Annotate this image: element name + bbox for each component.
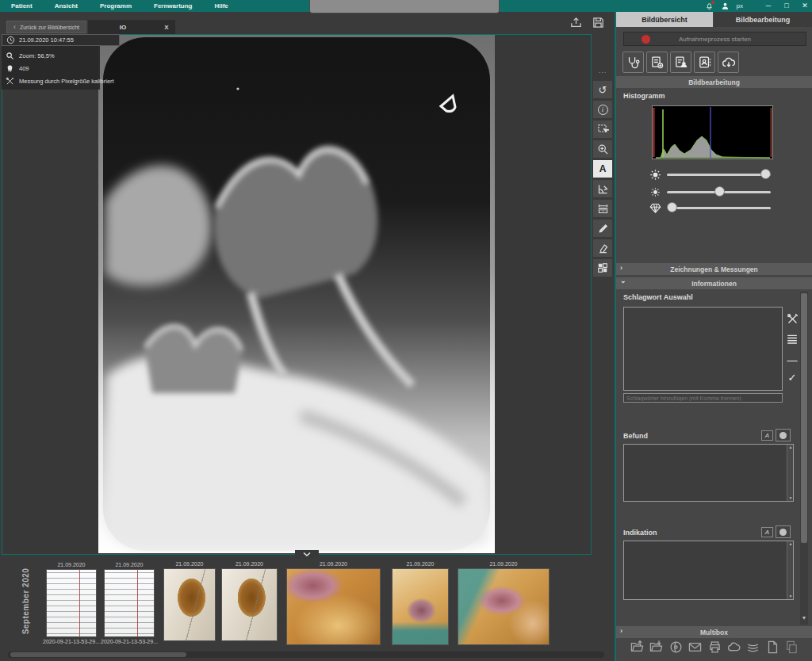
thumbnail-date: 21.09.2020 (46, 562, 97, 567)
image-info-overlay: Zoom: 56,5% 409 Messung durch Pixelgröße… (2, 46, 100, 90)
contacts-icon[interactable] (694, 52, 715, 73)
indication-textarea[interactable] (623, 541, 794, 600)
thumbnail-document-2[interactable] (104, 569, 155, 637)
indication-record-button[interactable] (776, 525, 791, 538)
filmstrip: September 2020 21.09.2020 2020-09-21-13-… (0, 556, 615, 651)
notification-bell-icon[interactable] (705, 2, 714, 10)
thumbnail-document-1[interactable] (46, 569, 97, 637)
panel-scrollbar-thumb[interactable] (801, 293, 807, 543)
eraser-icon[interactable] (592, 239, 613, 258)
menu-ansicht[interactable]: Ansicht (44, 2, 89, 10)
finding-font-button[interactable]: A (761, 430, 773, 441)
filmstrip-scrollbar-thumb[interactable] (10, 652, 186, 657)
thumbnail-photo-mouth-1[interactable] (286, 568, 381, 645)
thumbnail-photo-dog-2[interactable] (221, 568, 278, 641)
sharpness-slider[interactable] (649, 202, 776, 213)
filmstrip-scrollbar[interactable] (8, 651, 604, 658)
keyword-confirm-icon[interactable]: ✓ (785, 370, 799, 384)
filmstrip-group-label: September 2020 (21, 558, 30, 645)
cloud-download-icon[interactable] (718, 52, 739, 73)
layers-stack-icon[interactable] (746, 640, 760, 654)
start-capture-button[interactable]: Aufnahmeprozess starten (623, 32, 806, 46)
stethoscope-icon[interactable] (622, 52, 644, 73)
calibration-text: Messung durch Pixelgröße kalibriert (19, 78, 114, 85)
report-add-icon[interactable] (646, 52, 668, 73)
timestamp-text: 21.09.2020 10:47:55 (19, 36, 74, 44)
menu-patient[interactable]: Patient (0, 2, 44, 10)
text-annotation-icon[interactable]: A (592, 159, 613, 178)
tab-bilduebersicht[interactable]: Bildübersicht (616, 12, 713, 27)
copy-icon[interactable] (785, 640, 799, 654)
thumbnail-photo-dog-1[interactable] (163, 568, 216, 641)
app-label: px (737, 2, 743, 10)
disc-icon[interactable] (669, 640, 683, 654)
back-to-overview-button[interactable]: ‹ Zurück zur Bildübersicht (6, 21, 86, 33)
cloud-icon[interactable] (727, 640, 741, 654)
thumbnail-photo-mouth-2[interactable] (392, 568, 449, 645)
tab-close-icon[interactable]: X (158, 24, 175, 31)
section-header-informationen[interactable]: ⌄ Informationen (616, 277, 812, 289)
export-icon[interactable] (569, 16, 583, 29)
histogram-label: Histogramm (623, 92, 665, 100)
image-info-icon[interactable]: i (592, 100, 613, 119)
toolbar-overflow[interactable]: ... (592, 67, 613, 75)
slider-track[interactable] (670, 207, 771, 209)
minimize-button[interactable]: ─ (763, 0, 774, 12)
tab-bildbearbeitung[interactable]: Bildbearbeitung (714, 12, 812, 27)
close-button[interactable]: ✕ (799, 0, 810, 12)
contrast-icon (650, 187, 661, 197)
indication-scrollbar[interactable]: ▲▼ (787, 541, 793, 599)
ruler-measure-icon[interactable] (592, 199, 613, 218)
keyword-input[interactable] (623, 393, 783, 403)
rotate-icon[interactable]: ↺ (592, 80, 613, 99)
keyword-list-icon[interactable] (785, 332, 799, 346)
sharpness-slider-handle[interactable] (667, 202, 677, 212)
contrast-slider-handle[interactable] (714, 186, 725, 197)
scroll-down-arrow[interactable]: ▼ (800, 614, 808, 622)
maximize-button[interactable]: □ (781, 0, 792, 12)
keyword-list[interactable] (623, 307, 783, 391)
printer-icon[interactable] (708, 640, 722, 654)
filmstrip-collapse-handle[interactable] (295, 550, 319, 558)
menu-fernwartung[interactable]: Fernwartung (143, 2, 203, 10)
histogram[interactable] (652, 105, 773, 159)
finding-textarea[interactable] (623, 444, 794, 502)
email-icon[interactable] (688, 640, 702, 654)
slider-track[interactable] (667, 174, 771, 176)
notification-badge (711, 1, 714, 4)
selection-tool-icon[interactable] (592, 120, 613, 139)
section-header-bildbearbeitung[interactable]: Bildbearbeitung (616, 76, 812, 88)
record-icon (642, 35, 650, 44)
folder-export-icon[interactable] (630, 640, 644, 654)
chevron-down-icon: ⌄ (620, 277, 626, 285)
brightness-slider[interactable] (649, 169, 776, 180)
thumbnail-photo-mouth-3[interactable] (458, 568, 550, 645)
user-icon[interactable] (721, 2, 730, 10)
contrast-slider[interactable] (649, 186, 776, 197)
section-header-zeichnungen[interactable]: › Zeichnungen & Messungen (616, 263, 812, 275)
brightness-slider-handle[interactable] (760, 169, 771, 179)
menu-hilfe[interactable]: Hilfe (203, 2, 239, 10)
pen-icon[interactable] (592, 219, 613, 238)
indication-label: Indikation (623, 529, 657, 537)
finding-record-button[interactable] (776, 429, 791, 441)
report-patient-icon[interactable] (670, 52, 691, 73)
acquisition-timestamp: 21.09.2020 10:47:55 (2, 34, 120, 46)
tooth-icon (6, 64, 14, 73)
layout-grid-icon[interactable] (592, 258, 613, 277)
panel-scrollbar[interactable]: ▼ (800, 292, 808, 625)
image-viewport: 21.09.2020 10:47:55 Zoom: 56,5% 409 Mess… (2, 34, 592, 555)
save-icon[interactable] (592, 16, 605, 29)
zoom-in-icon[interactable] (592, 139, 613, 159)
section-header-multibox[interactable]: › Multibox (616, 626, 812, 638)
indication-font-button[interactable]: A (761, 527, 773, 537)
folder-import-icon[interactable] (649, 640, 663, 654)
tab-io[interactable]: IO X (88, 20, 175, 34)
finding-scrollbar[interactable]: ▲▼ (787, 445, 793, 501)
xray-image[interactable] (98, 35, 495, 553)
angle-measure-icon[interactable] (592, 179, 613, 198)
keyword-tools-icon[interactable] (785, 311, 799, 326)
keyword-remove-icon[interactable]: — (785, 353, 799, 367)
document-icon[interactable] (766, 640, 779, 654)
menu-programm[interactable]: Programm (89, 2, 143, 10)
